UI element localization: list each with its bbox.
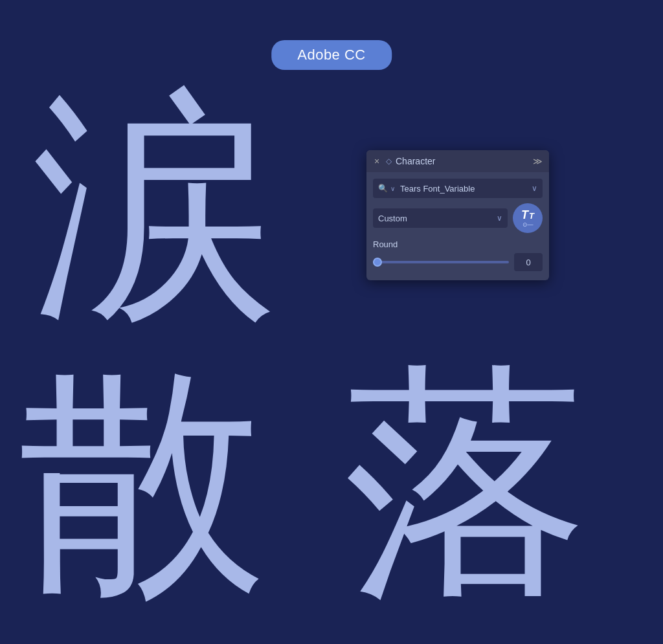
collapse-icon[interactable]: ≫	[533, 156, 543, 166]
round-label: Round	[373, 239, 543, 249]
panel-titlebar-left: × ◇ Character	[373, 156, 435, 166]
font-selector[interactable]: 🔍 ∨ Tears Font_Variable ∨	[373, 179, 543, 198]
panel-title: Character	[396, 156, 435, 166]
chevron-up-icon: ◇	[386, 157, 392, 166]
close-icon: ×	[374, 157, 379, 166]
slider-thumb[interactable]	[373, 258, 382, 267]
tt-small-label: T	[529, 212, 534, 220]
font-search-chevron-icon: ∨	[390, 185, 395, 192]
character-panel: × ◇ Character ≫ 🔍 ∨ Tears Font_Variable …	[366, 150, 549, 280]
panel-titlebar: × ◇ Character ≫	[366, 150, 549, 172]
tt-sliders-icon: ⊙—	[523, 221, 534, 228]
style-row: Custom ∨ T T ⊙—	[373, 203, 543, 233]
round-slider-container[interactable]	[373, 256, 509, 269]
panel-body: 🔍 ∨ Tears Font_Variable ∨ Custom ∨ T T ⊙…	[366, 172, 549, 280]
cjk-char-tears: 涙	[32, 84, 278, 330]
adobe-cc-badge: Adobe CC	[271, 40, 392, 70]
search-icon: 🔍	[378, 184, 388, 193]
slider-track	[373, 261, 509, 263]
close-button[interactable]: ×	[373, 157, 381, 165]
variable-font-button[interactable]: T T ⊙—	[513, 203, 543, 233]
style-name-label: Custom	[378, 214, 407, 223]
panel-title-row: ◇ Character	[386, 156, 435, 166]
cjk-char-fall: 落	[343, 359, 589, 605]
round-value: 0	[526, 258, 530, 267]
cjk-char-scatter: 散	[19, 359, 265, 605]
font-name-label: Tears Font_Variable	[400, 184, 532, 194]
tt-big-label: T	[521, 209, 528, 221]
style-dropdown-arrow-icon: ∨	[497, 214, 502, 223]
round-row: 0	[373, 253, 543, 271]
font-dropdown-arrow-icon: ∨	[532, 184, 537, 193]
round-value-box[interactable]: 0	[514, 253, 543, 271]
style-selector[interactable]: Custom ∨	[373, 208, 508, 228]
tt-letters: T T	[521, 209, 534, 221]
